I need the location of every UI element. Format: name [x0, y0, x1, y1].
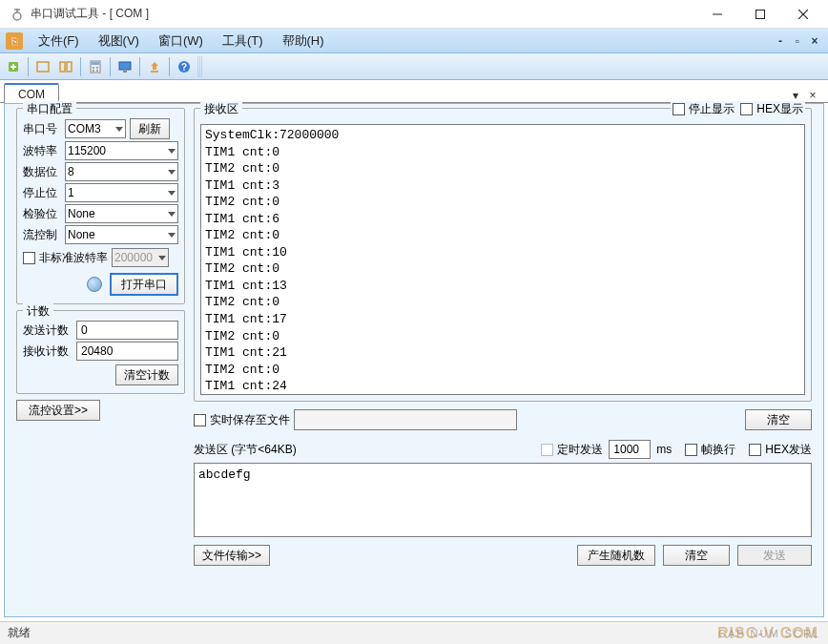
hex-send-checkbox[interactable]	[749, 444, 761, 456]
port-select[interactable]: COM3	[65, 119, 126, 138]
mdi-minimize-icon[interactable]: -	[773, 35, 788, 47]
close-button[interactable]	[781, 0, 824, 29]
flow-label: 流控制	[23, 227, 65, 243]
toolbar-upload-icon[interactable]	[144, 56, 165, 77]
dropdown-icon	[168, 170, 176, 175]
hex-display-label: HEX显示	[756, 101, 803, 117]
svg-point-0	[13, 12, 21, 20]
svg-point-14	[96, 67, 98, 69]
toolbar: ?	[0, 53, 828, 80]
flow-select[interactable]: None	[65, 225, 178, 244]
work-area: 串口配置 串口号 COM3 刷新 波特率 115200 数据位 8 停止位 1 …	[4, 103, 824, 617]
parity-label: 检验位	[23, 206, 65, 222]
stopbits-label: 停止位	[23, 185, 65, 201]
port-label: 串口号	[23, 121, 65, 137]
toolbar-monitor-icon[interactable]	[114, 56, 135, 77]
interval-unit: ms	[656, 443, 672, 456]
mdi-close-icon[interactable]: ×	[807, 35, 822, 47]
menu-file[interactable]: 文件(F)	[29, 29, 89, 53]
timed-send-checkbox[interactable]	[541, 444, 553, 456]
toolbar-calc-icon[interactable]	[85, 56, 106, 77]
clear-receive-button[interactable]: 清空	[745, 409, 812, 430]
receive-title: 接收区	[200, 101, 242, 117]
refresh-button[interactable]: 刷新	[130, 118, 170, 139]
svg-rect-2	[756, 10, 764, 18]
receive-textarea[interactable]: SystemClk:72000000 TIM1 cnt:0 TIM2 cnt:0…	[200, 124, 805, 395]
baud-label: 波特率	[23, 143, 65, 159]
save-path-input[interactable]	[294, 409, 517, 430]
stop-display-label: 停止显示	[689, 101, 735, 117]
open-port-button[interactable]: 打开串口	[110, 273, 178, 296]
toolbar-layout2-icon[interactable]	[55, 56, 76, 77]
menu-icon: ⎘	[6, 32, 23, 50]
nonstd-baud-label: 非标准波特率	[39, 250, 108, 266]
svg-rect-18	[123, 71, 127, 73]
recv-count-value: 20480	[76, 342, 178, 361]
toolbar-help-icon[interactable]: ?	[174, 56, 195, 77]
stop-display-checkbox[interactable]	[673, 103, 685, 115]
clear-send-button[interactable]: 清空	[663, 545, 730, 566]
svg-rect-9	[60, 62, 65, 72]
menu-tools[interactable]: 工具(T)	[213, 29, 273, 53]
nonstd-baud-checkbox[interactable]	[23, 252, 35, 264]
nonstd-baud-select: 200000	[112, 248, 169, 267]
toolbar-new-icon[interactable]	[3, 56, 24, 77]
svg-rect-19	[151, 71, 158, 73]
serial-config-group: 串口配置 串口号 COM3 刷新 波特率 115200 数据位 8 停止位 1 …	[16, 108, 185, 304]
tab-row: COM ▾ ×	[0, 80, 828, 103]
config-panel: 串口配置 串口号 COM3 刷新 波特率 115200 数据位 8 停止位 1 …	[16, 108, 185, 421]
clear-count-button[interactable]: 清空计数	[115, 364, 178, 385]
tab-close-icon[interactable]: ×	[805, 89, 820, 102]
hex-display-checkbox[interactable]	[740, 103, 753, 115]
status-bar: 就绪 CAP NUM SCRL	[0, 621, 828, 644]
save-to-file-label: 实时保存至文件	[210, 412, 290, 428]
send-title: 发送区 (字节<64KB)	[194, 442, 297, 458]
window-title: 串口调试工具 - [ COM ]	[31, 6, 695, 22]
parity-select[interactable]: None	[65, 204, 178, 223]
svg-rect-10	[67, 62, 72, 72]
maximize-button[interactable]	[738, 0, 781, 29]
port-status-icon	[87, 277, 102, 292]
menu-view[interactable]: 视图(V)	[89, 29, 149, 53]
app-icon	[10, 7, 25, 22]
tab-com[interactable]: COM	[4, 83, 59, 103]
watermark: RISC-V COM	[717, 625, 818, 642]
toolbar-layout1-icon[interactable]	[32, 56, 53, 77]
random-button[interactable]: 产生随机数	[577, 545, 655, 566]
timed-send-label: 定时发送	[557, 442, 603, 458]
send-textarea[interactable]: abcdefg	[194, 463, 812, 537]
send-panel: 发送区 (字节<64KB) 定时发送 1000 ms 帧换行 HEX发送 abc…	[194, 440, 812, 566]
right-panel: 接收区 停止显示 HEX显示 SystemClk:72000000 TIM1 c…	[194, 108, 812, 566]
toolbar-resizer[interactable]	[197, 56, 203, 77]
dropdown-icon	[168, 149, 176, 154]
tab-menu-icon[interactable]: ▾	[788, 89, 803, 102]
stopbits-select[interactable]: 1	[65, 183, 178, 202]
dropdown-icon	[168, 191, 176, 196]
save-to-file-checkbox[interactable]	[194, 414, 206, 426]
send-count-value: 0	[76, 321, 178, 340]
databits-label: 数据位	[23, 164, 65, 180]
mdi-restore-icon[interactable]: ▫	[790, 35, 805, 47]
dropdown-icon	[158, 256, 166, 260]
count-title: 计数	[23, 303, 53, 320]
send-button[interactable]: 发送	[737, 545, 812, 566]
count-group: 计数 发送计数 0 接收计数 20480 清空计数	[16, 310, 185, 394]
frame-wrap-label: 帧换行	[701, 442, 735, 458]
interval-input[interactable]: 1000	[609, 440, 651, 459]
svg-rect-8	[37, 62, 49, 72]
svg-rect-12	[92, 62, 99, 65]
databits-select[interactable]: 8	[65, 162, 178, 181]
frame-wrap-checkbox[interactable]	[685, 444, 697, 456]
minimize-button[interactable]	[695, 0, 738, 29]
dropdown-icon	[168, 212, 176, 217]
recv-count-label: 接收计数	[23, 343, 76, 360]
svg-point-16	[96, 70, 98, 72]
flow-settings-button[interactable]: 流控设置>>	[16, 400, 100, 421]
svg-point-13	[93, 67, 94, 69]
menu-window[interactable]: 窗口(W)	[149, 29, 213, 53]
svg-point-15	[93, 70, 94, 72]
svg-rect-17	[119, 62, 131, 70]
menu-help[interactable]: 帮助(H)	[273, 29, 334, 53]
file-transfer-button[interactable]: 文件传输>>	[194, 545, 270, 566]
baud-select[interactable]: 115200	[65, 141, 178, 160]
